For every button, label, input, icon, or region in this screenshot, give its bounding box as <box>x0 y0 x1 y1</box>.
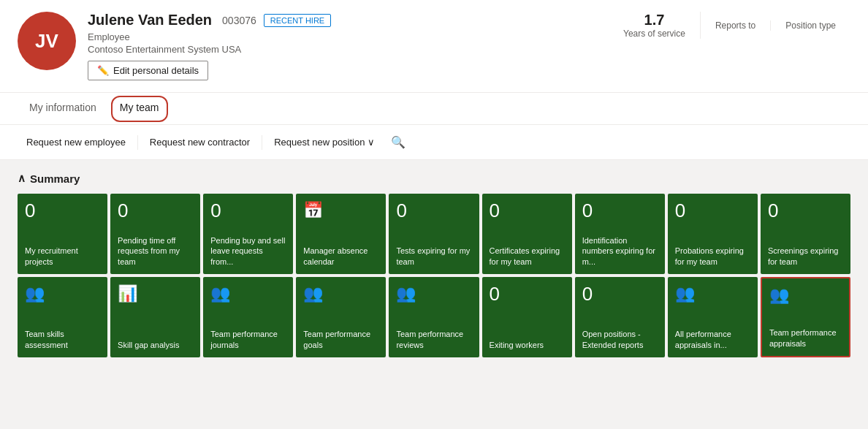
tile-label: Tests expiring for my team <box>396 246 471 267</box>
search-button[interactable]: 🔍 <box>384 131 413 153</box>
tab-my-information[interactable]: My information <box>18 93 108 124</box>
tile-label: Exiting workers <box>490 340 565 350</box>
tile-value: 0 <box>490 284 565 303</box>
summary-tile-r1-3[interactable]: 📅Manager absence calendar <box>296 194 386 274</box>
avatar: JV <box>18 12 76 70</box>
recent-hire-badge: RECENT HIRE <box>264 14 331 27</box>
divider-2 <box>262 135 262 150</box>
summary-tile-r1-8[interactable]: 0Screenings expiring for team <box>761 194 850 274</box>
profile-name: Julene Van Eeden <box>88 12 212 29</box>
tile-value: 0 <box>582 284 658 303</box>
tile-value: 0 <box>582 201 658 220</box>
summary-tile-r2-0[interactable]: 👥Team skills assessment <box>18 277 107 357</box>
search-icon: 🔍 <box>391 136 406 148</box>
request-new-employee-button[interactable]: Request new employee <box>18 132 134 152</box>
summary-tile-r1-6[interactable]: 0Identification numbers expiring for m..… <box>575 194 665 274</box>
summary-tile-r2-6[interactable]: 0Open positions - Extended reports <box>575 277 665 357</box>
tile-icon: 📊 <box>118 284 193 303</box>
tile-icon: 👥 <box>769 286 842 305</box>
position-type-stat: Position type <box>771 20 850 31</box>
chevron-icon: ∧ <box>18 172 26 185</box>
tile-icon: 📅 <box>303 201 378 220</box>
summary-tile-r2-7[interactable]: 👥All performance appraisals in... <box>668 277 758 357</box>
tile-label: Probations expiring for my team <box>675 246 750 267</box>
summary-tile-r1-5[interactable]: 0Certificates expiring for my team <box>482 194 572 274</box>
tile-label: Pending time off requests from my team <box>118 235 193 267</box>
tile-label: Team performance goals <box>303 329 378 350</box>
tile-label: Pending buy and sell leave requests from… <box>210 235 286 267</box>
profile-company: Contoso Entertainment System USA <box>88 44 597 55</box>
tile-label: Skill gap analysis <box>118 340 193 350</box>
tile-value: 0 <box>25 201 100 220</box>
chevron-down-icon: ∨ <box>368 137 375 148</box>
tile-value: 0 <box>675 201 750 220</box>
summary-tile-r1-4[interactable]: 0Tests expiring for my team <box>389 194 479 274</box>
divider-1 <box>137 135 138 150</box>
tile-label: My recruitment projects <box>25 246 100 267</box>
tile-icon: 👥 <box>210 284 286 303</box>
edit-icon: ✏️ <box>97 65 109 76</box>
tile-value: 0 <box>768 201 843 220</box>
summary-tile-r1-1[interactable]: 0Pending time off requests from my team <box>110 194 200 274</box>
profile-id: 003076 <box>222 15 256 26</box>
request-new-contractor-button[interactable]: Request new contractor <box>141 132 259 152</box>
tile-label: Certificates expiring for my team <box>490 246 565 267</box>
summary-tile-r2-5[interactable]: 0Exiting workers <box>482 277 572 357</box>
tile-label: Manager absence calendar <box>303 246 378 267</box>
tile-label: Team performance reviews <box>396 329 471 350</box>
summary-tile-r2-3[interactable]: 👥Team performance goals <box>296 277 386 357</box>
tile-icon: 👥 <box>25 284 100 303</box>
tile-value: 0 <box>396 201 471 220</box>
summary-tile-r2-2[interactable]: 👥Team performance journals <box>203 277 293 357</box>
tile-label: Screenings expiring for team <box>768 246 843 267</box>
years-of-service-stat: 1.7 Years of service <box>609 12 701 39</box>
edit-personal-details-button[interactable]: ✏️ Edit personal details <box>88 61 208 80</box>
tile-label: Open positions - Extended reports <box>582 329 658 350</box>
summary-tile-r2-4[interactable]: 👥Team performance reviews <box>389 277 479 357</box>
profile-role: Employee <box>88 31 597 42</box>
tile-value: 0 <box>490 201 565 220</box>
tile-value: 0 <box>118 201 193 220</box>
tile-icon: 👥 <box>303 284 378 303</box>
tile-label: Team skills assessment <box>25 329 100 350</box>
tile-icon: 👥 <box>396 284 471 303</box>
tile-value: 0 <box>210 201 286 220</box>
summary-title: ∧ Summary <box>18 172 850 185</box>
request-new-position-button[interactable]: Request new position ∨ <box>265 132 384 152</box>
tile-label: Identification numbers expiring for m... <box>582 235 658 267</box>
tile-label: All performance appraisals in... <box>675 329 750 350</box>
tile-label: Team performance journals <box>210 329 286 350</box>
summary-tile-r1-7[interactable]: 0Probations expiring for my team <box>668 194 758 274</box>
tab-my-team[interactable]: My team <box>108 93 171 124</box>
reports-to-stat: Reports to <box>701 20 771 31</box>
summary-tile-r2-8[interactable]: 👥Team performance appraisals <box>761 277 850 357</box>
tile-label: Team performance appraisals <box>769 327 842 349</box>
tile-icon: 👥 <box>675 284 750 303</box>
summary-tile-r1-0[interactable]: 0My recruitment projects <box>18 194 107 274</box>
summary-tile-r2-1[interactable]: 📊Skill gap analysis <box>110 277 200 357</box>
summary-tile-r1-2[interactable]: 0Pending buy and sell leave requests fro… <box>203 194 293 274</box>
